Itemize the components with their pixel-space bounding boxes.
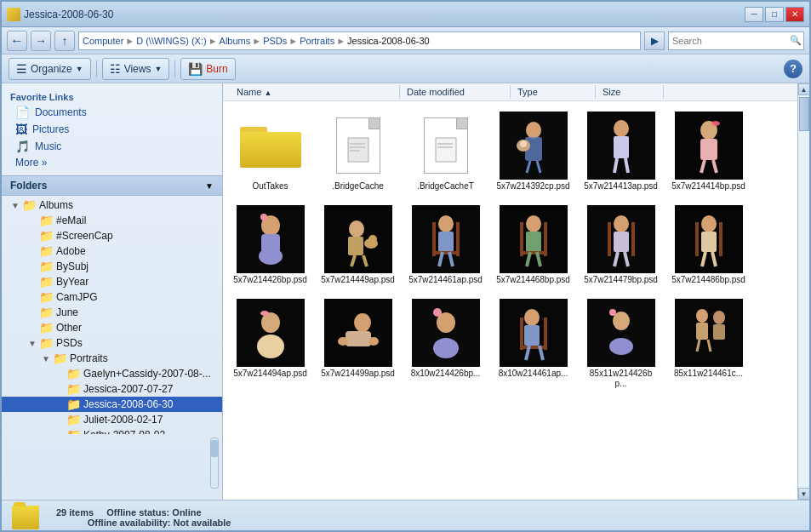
file-item-5x7-392[interactable]: 5x7w214392cp.psd [493, 108, 574, 195]
file-thumbnail [237, 299, 305, 367]
title-bar-left: Jessica-2008-06-30 [7, 8, 113, 21]
tree-item-screencap[interactable]: 📁 #ScreenCap [2, 228, 222, 243]
file-item-5x7-499[interactable]: 5x7w214499ap.psd [317, 295, 398, 392]
photo-svg [675, 205, 743, 273]
tree-label: Jessica-2008-06-30 [83, 398, 173, 410]
file-item-5x7-486[interactable]: 5x7w214486bp.psd [668, 202, 749, 289]
folders-header[interactable]: Folders ▼ [2, 175, 222, 196]
sidebar-item-pictures[interactable]: 🖼 Pictures [2, 121, 222, 138]
vertical-scrollbar[interactable]: ▲ ▼ [797, 83, 809, 500]
file-item-5x7-461[interactable]: 5x7w214461ap.psd [405, 202, 486, 289]
maximize-button[interactable]: □ [765, 7, 784, 22]
tree-item-jessica2008[interactable]: 📁 Jessica-2008-06-30 [2, 397, 222, 412]
tree-item-juliet[interactable]: 📁 Juliet-2008-02-17 [2, 412, 222, 427]
breadcrumb-albums[interactable]: Albums [220, 36, 251, 46]
minimize-button[interactable]: ─ [745, 7, 763, 22]
svg-point-29 [260, 214, 267, 220]
file-item-bridgecache[interactable]: .BridgeCache [317, 108, 398, 195]
file-thumbnail [675, 112, 743, 180]
toolbar-separator-1 [96, 60, 97, 77]
file-item-5x7-494[interactable]: 5x7w214494ap.psd [230, 295, 311, 392]
tree-item-bysubj[interactable]: 📁 BySubj [2, 259, 222, 274]
breadcrumb-portraits[interactable]: Portraits [300, 36, 334, 46]
search-input[interactable] [672, 36, 790, 46]
forward-button[interactable]: → [31, 31, 51, 51]
sidebar: Favorite Links 📄 Documents 🖼 Pictures 🎵 … [2, 83, 223, 500]
tree-item-albums[interactable]: ▼ 📁 Albums [2, 197, 222, 213]
close-button[interactable]: ✕ [785, 7, 804, 22]
tree-item-adobe[interactable]: 📁 Adobe [2, 243, 222, 259]
scroll-up-button[interactable]: ▲ [798, 83, 810, 95]
sidebar-scrollbar-thumb[interactable] [211, 440, 218, 457]
sidebar-item-music[interactable]: 🎵 Music [2, 138, 222, 155]
file-item-bridgecachet[interactable]: .BridgeCacheT [405, 108, 486, 195]
window-controls[interactable]: ─ □ ✕ [745, 7, 804, 22]
svg-rect-5 [437, 143, 453, 145]
sidebar-scrollbar[interactable] [210, 438, 219, 489]
breadcrumb[interactable]: Computer ► D (\\WINGS) (X:) ► Albums ► P… [78, 31, 641, 50]
offline-status-label: Offline status: [106, 507, 169, 518]
file-thumbnail [500, 205, 568, 273]
svg-rect-64 [719, 222, 722, 256]
file-item-85x11-426[interactable]: 85x11w214426bp... [580, 295, 661, 392]
scroll-down-button[interactable]: ▼ [798, 488, 810, 500]
file-item-8x10-426[interactable]: 8x10w214426bp... [405, 295, 486, 392]
svg-rect-57 [631, 222, 635, 256]
file-item-5x7-479[interactable]: 5x7w214479bp.psd [580, 202, 661, 289]
scroll-thumb[interactable] [799, 97, 809, 131]
organize-button[interactable]: ☰ Organize ▼ [9, 58, 91, 80]
file-item-85x11-461[interactable]: 85x11w214461c... [668, 295, 749, 392]
folder-icon: 📁 [39, 244, 54, 258]
sidebar-more-link[interactable]: More » [2, 155, 222, 170]
file-label: 5x7w214426bp.psd [233, 275, 307, 285]
svg-rect-32 [348, 237, 363, 255]
photo-image [324, 299, 392, 367]
favorite-links-title: Favorite Links [2, 89, 222, 104]
folders-title: Folders [10, 180, 47, 192]
column-size[interactable]: Size [596, 85, 664, 99]
breadcrumb-psds[interactable]: PSDs [263, 36, 287, 46]
back-button[interactable]: ← [7, 31, 27, 51]
views-button[interactable]: ☷ Views ▼ [102, 58, 170, 80]
refresh-button[interactable]: ▶ [644, 31, 665, 50]
file-thumbnail [500, 299, 568, 367]
file-item-5x7-414[interactable]: 5x7w214414bp.psd [668, 108, 749, 195]
file-item-5x7-426[interactable]: 5x7w214426bp.psd [230, 202, 311, 289]
tree-item-jessica2007[interactable]: 📁 Jessica-2007-07-27 [2, 381, 222, 397]
tree-label: Albums [39, 199, 73, 211]
file-item-5x7-468[interactable]: 5x7w214468bp.psd [493, 202, 574, 289]
tree-item-byyear[interactable]: 📁 ByYear [2, 274, 222, 289]
tree-item-email[interactable]: 📁 #eMail [2, 213, 222, 228]
tree-item-portraits[interactable]: ▼ 📁 Portraits [2, 351, 222, 366]
pictures-icon: 🖼 [15, 123, 27, 136]
column-date[interactable]: Date modified [400, 85, 511, 99]
tree-item-camjpg[interactable]: 📁 CamJPG [2, 289, 222, 305]
svg-point-24 [711, 121, 720, 126]
photo-image [500, 299, 568, 367]
help-button[interactable]: ? [784, 60, 802, 78]
column-name[interactable]: Name ▲ [230, 85, 400, 99]
file-item-5x7-449[interactable]: 5x7w214449ap.psd [317, 202, 398, 289]
column-type[interactable]: Type [511, 85, 596, 99]
tree-item-psds[interactable]: ▼ 📁 PSDs [2, 335, 222, 351]
folder-icon: 📁 [39, 321, 54, 335]
file-label: 5x7w214449ap.psd [321, 275, 395, 285]
breadcrumb-computer[interactable]: Computer [83, 36, 123, 46]
svg-rect-56 [608, 222, 611, 256]
tree-item-gaelyn[interactable]: 📁 Gaelyn+Cassidy-2007-08-... [2, 366, 222, 381]
title-bar: Jessica-2008-06-30 ─ □ ✕ [2, 2, 809, 27]
file-item-outtakes[interactable]: OutTakes [230, 108, 311, 195]
search-box[interactable]: 🔍 [668, 31, 804, 50]
file-thumbnail [587, 205, 655, 273]
file-item-5x7-413[interactable]: 5x7w214413ap.psd [580, 108, 661, 195]
burn-button[interactable]: 💾 Burn [180, 58, 235, 80]
sidebar-item-documents[interactable]: 📄 Documents [2, 104, 222, 121]
file-item-8x10-461[interactable]: 8x10w214461ap... [493, 295, 574, 392]
tree-item-june[interactable]: 📁 June [2, 305, 222, 320]
file-label: 8x10w214461ap... [499, 369, 568, 379]
photo-image [675, 299, 743, 367]
breadcrumb-drive[interactable]: D (\\WINGS) (X:) [136, 36, 207, 46]
up-button[interactable]: ↑ [54, 31, 75, 51]
tree-item-other[interactable]: 📁 Other [2, 320, 222, 335]
tree-item-kathy[interactable]: 📁 Kathy-2007-08-02 [2, 427, 222, 434]
